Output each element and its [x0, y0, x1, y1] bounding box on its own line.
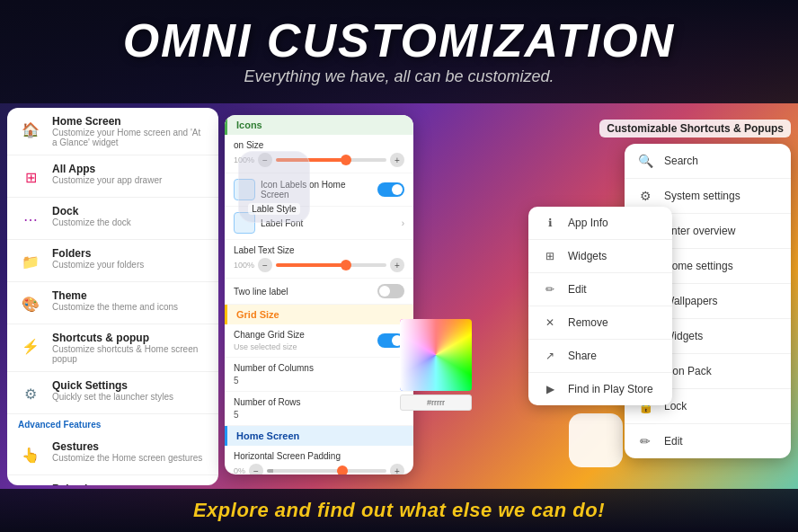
shortcuts-icon: ⚡ — [18, 333, 43, 359]
sub-title: Everything we have, all can be customize… — [244, 67, 554, 86]
color-input[interactable]: #rrrrr — [400, 395, 472, 411]
h-padding-row: Horizontal Screen Padding 0% − + — [225, 446, 413, 474]
edit-icon: ✏ — [541, 280, 559, 298]
h-padding-label: Horizontal Screen Padding — [234, 451, 404, 461]
list-item[interactable]: 👆 Gestures Customize the Home screen ges… — [7, 433, 218, 475]
cm-app-info-label: App Info — [568, 217, 608, 229]
list-item[interactable]: ⊞ All Apps Customize your app drawer — [7, 155, 218, 198]
home-screen-item: Home Screen Customize your Home screen a… — [52, 115, 208, 147]
rp-system-settings-label: System settings — [664, 190, 740, 202]
color-picker[interactable]: #rrrrr — [400, 319, 481, 400]
cm-share-label: Share — [568, 350, 597, 362]
white-icon-box — [569, 413, 623, 467]
change-grid-row[interactable]: Change Grid Size Use selected size — [225, 324, 413, 358]
rp-search[interactable]: 🔍 Search — [625, 144, 791, 179]
remove-icon: ✕ — [541, 314, 559, 332]
cm-find-play-store[interactable]: ▶ Find in Play Store — [528, 373, 672, 405]
theme-desc: Customize the theme and icons — [52, 302, 178, 312]
system-settings-icon: ⚙ — [635, 186, 655, 206]
label-size-minus[interactable]: − — [258, 258, 272, 272]
cm-widgets-label: Widgets — [568, 250, 607, 262]
icon-size-label: on Size — [234, 140, 404, 150]
h-padding-slider[interactable] — [267, 469, 386, 473]
h-padding-minus[interactable]: − — [249, 464, 263, 474]
context-menu: ℹ App Info ⊞ Widgets ✏ Edit ✕ Remove ↗ S… — [528, 207, 672, 405]
color-picker-canvas[interactable] — [400, 319, 472, 391]
home-icon: 🏠 — [18, 117, 43, 142]
num-columns-row: Number of Columns 5 — [225, 358, 413, 392]
behavior-title: Behavior — [52, 483, 147, 485]
left-panel: 🏠 Home Screen Customize your Home screen… — [7, 108, 218, 485]
widgets-icon: ⊞ — [541, 247, 559, 265]
home-section-header: Home Screen — [225, 426, 413, 446]
cm-remove[interactable]: ✕ Remove — [528, 306, 672, 340]
label-text-size-label: Label Text Size — [234, 245, 404, 255]
rp-home-settings-label: Home settings — [664, 260, 733, 272]
list-item[interactable]: 🔲 Behavior Change the UI behavior — [7, 475, 218, 485]
home-screen-title: Home Screen — [52, 115, 208, 128]
search-icon: 🔍 — [635, 151, 655, 171]
dock-title: Dock — [52, 205, 131, 217]
use-selected-label: Use selected size — [234, 342, 305, 351]
quick-settings-icon: ⚙ — [18, 381, 43, 406]
num-columns-label: Number of Columns — [234, 363, 404, 373]
icon-size-plus[interactable]: + — [390, 153, 404, 167]
cm-find-play-store-label: Find in Play Store — [568, 383, 653, 395]
gestures-icon: 👆 — [18, 442, 43, 467]
advanced-features-label: Advanced Features — [7, 414, 218, 433]
label-style-text: Lable Style — [248, 203, 299, 215]
quick-settings-title: Quick Settings — [52, 379, 173, 392]
folders-title: Folders — [52, 247, 144, 260]
icon-labels-toggle[interactable] — [377, 182, 404, 197]
dock-desc: Customize the dock — [52, 217, 131, 227]
all-apps-title: All Apps — [52, 163, 162, 175]
cm-widgets[interactable]: ⊞ Widgets — [528, 240, 672, 273]
h-padding-plus[interactable]: + — [390, 464, 404, 474]
num-rows-label: Number of Rows — [234, 397, 404, 407]
change-grid-label: Change Grid Size — [234, 330, 305, 340]
gestures-title: Gestures — [52, 440, 202, 453]
shortcuts-desc: Customize shortcuts & Home screen popup — [52, 344, 208, 364]
shortcuts-title: Shortcuts & popup — [52, 332, 208, 344]
footer-text: Explore and find out what else we can do… — [193, 499, 605, 522]
share-icon: ↗ — [541, 347, 559, 365]
label-size-slider[interactable] — [276, 263, 386, 267]
rp-enter-overview-label: Enter overview — [664, 225, 735, 237]
h-padding-value: 0% — [234, 466, 245, 474]
chevron-right-icon: › — [402, 218, 404, 228]
theme-title: Theme — [52, 289, 178, 302]
list-item[interactable]: ⚙ Quick Settings Quickly set the launche… — [7, 372, 218, 414]
customizable-shortcuts-label: Customizable Shortcuts & Popups — [599, 120, 791, 137]
behavior-icon: 🔲 — [18, 484, 43, 485]
theme-icon: 🎨 — [18, 291, 43, 316]
grid-section-header: Grid Size — [225, 305, 413, 324]
list-item[interactable]: ⋯ Dock Customize the dock — [7, 198, 218, 240]
two-line-label: Two line label — [234, 287, 372, 297]
cm-edit[interactable]: ✏ Edit — [528, 273, 672, 306]
num-columns-value: 5 — [234, 376, 404, 386]
cm-remove-label: Remove — [568, 316, 608, 329]
home-screen-desc: Customize your Home screen and 'At a Gla… — [52, 128, 208, 147]
gestures-desc: Customize the Home screen gestures — [52, 453, 202, 463]
quick-settings-desc: Quickly set the launcher styles — [52, 392, 173, 402]
rp-edit-label: Edit — [664, 435, 683, 448]
num-rows-row: Number of Rows 5 — [225, 392, 413, 426]
rp-edit[interactable]: ✏ Edit — [625, 424, 791, 458]
rp-search-label: Search — [664, 155, 698, 167]
two-line-toggle[interactable] — [377, 284, 404, 298]
footer: Explore and find out what else we can do… — [0, 489, 798, 532]
list-item[interactable]: 🏠 Home Screen Customize your Home screen… — [7, 108, 218, 155]
label-size-plus[interactable]: + — [390, 258, 404, 272]
cm-edit-label: Edit — [568, 283, 587, 296]
list-item[interactable]: 📁 Folders Customize your folders — [7, 240, 218, 282]
label-text-size-row: Label Text Size 100% − + — [225, 240, 413, 279]
list-item[interactable]: 🎨 Theme Customize the theme and icons — [7, 282, 218, 324]
folders-icon: 📁 — [18, 249, 43, 274]
two-line-label-row: Two line label — [225, 279, 413, 305]
label-style-box: Lable Style — [238, 151, 310, 223]
list-item[interactable]: ⚡ Shortcuts & popup Customize shortcuts … — [7, 324, 218, 372]
cm-share[interactable]: ↗ Share — [528, 340, 672, 373]
cm-app-info[interactable]: ℹ App Info — [528, 207, 672, 240]
num-rows-value: 5 — [234, 410, 404, 420]
main-title: OMNI CUSTOMIZATION — [123, 17, 676, 64]
